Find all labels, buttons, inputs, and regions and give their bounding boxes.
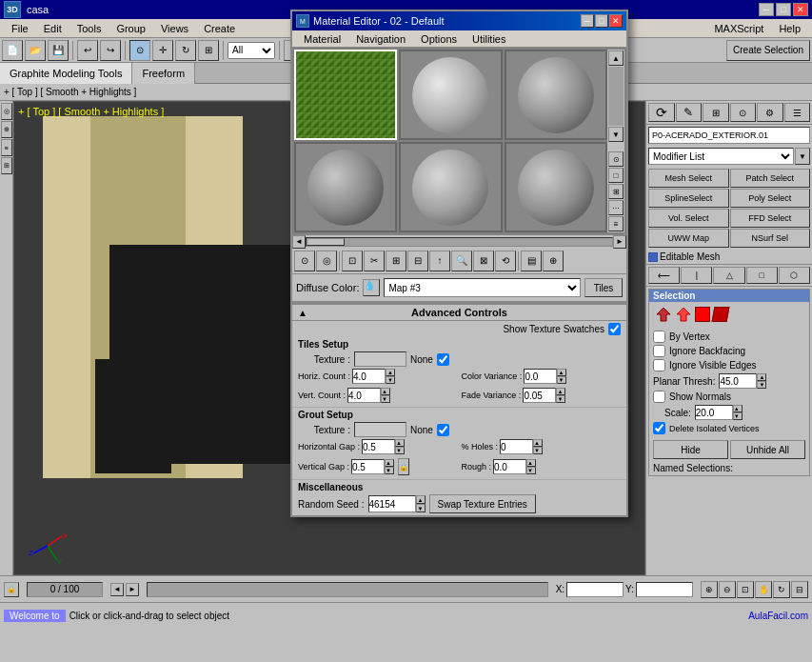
mesh-select-btn[interactable]: Mesh Select xyxy=(648,169,729,188)
y-coord-input[interactable] xyxy=(636,582,693,597)
mat-scroll-down[interactable]: ▼ xyxy=(608,127,624,142)
rp-icon-1[interactable]: ⟵ xyxy=(648,267,680,284)
new-btn[interactable]: 📄 xyxy=(2,40,23,61)
pct-holes-input[interactable] xyxy=(500,439,533,454)
maximize-btn[interactable]: □ xyxy=(776,3,791,16)
scale-btn[interactable]: ⊞ xyxy=(198,40,219,61)
tab-graphite[interactable]: Graphite Modeling Tools xyxy=(0,63,132,84)
mat-maximize-btn[interactable]: □ xyxy=(595,14,608,28)
tiles-texture-check[interactable] xyxy=(437,353,449,366)
tab-freeform[interactable]: Freeform xyxy=(132,63,195,84)
close-btn[interactable]: ✕ xyxy=(793,3,808,16)
left-tool-3[interactable]: ≡ xyxy=(1,139,12,156)
grout-texture-swatch[interactable] xyxy=(354,422,406,437)
select-red-box[interactable] xyxy=(695,307,710,322)
menu-views[interactable]: Views xyxy=(153,21,196,36)
mat-tb-1[interactable]: ⊙ xyxy=(294,251,315,271)
vcount-down[interactable]: ▼ xyxy=(381,395,390,403)
maximize-viewport-btn[interactable]: ⊟ xyxy=(791,581,808,598)
mat-scroll-left[interactable]: ◄ xyxy=(292,235,306,249)
left-tool-1[interactable]: ◎ xyxy=(1,103,12,120)
uvw-map-btn[interactable]: UWW Map xyxy=(648,229,729,248)
vgap-up[interactable]: ▲ xyxy=(385,459,394,467)
rp-btn-1[interactable]: ⟳ xyxy=(648,103,675,122)
mat-thumb-5[interactable] xyxy=(399,142,502,232)
tiles-btn[interactable]: Tiles xyxy=(584,278,623,297)
mat-tool-1[interactable]: ⊙ xyxy=(608,151,624,167)
mat-thumb-1[interactable] xyxy=(294,50,397,140)
mat-tb-9[interactable]: ⊠ xyxy=(473,251,494,271)
mat-tb-4[interactable]: ✂ xyxy=(364,251,385,271)
grout-texture-check[interactable] xyxy=(437,424,449,436)
scale-input[interactable] xyxy=(695,405,733,420)
minimize-btn[interactable]: ─ xyxy=(759,3,774,16)
rp-btn-3[interactable]: ⊞ xyxy=(703,103,729,122)
diffuse-eyedrop-btn[interactable]: 💧 xyxy=(363,279,380,296)
left-tool-4[interactable]: ⊞ xyxy=(1,157,12,174)
diffuse-map-select[interactable]: Map #3 xyxy=(384,278,581,297)
nsurf-sel-btn[interactable]: NSurf Sel xyxy=(730,229,811,248)
menu-group[interactable]: Group xyxy=(109,21,153,36)
next-frame-btn[interactable]: ► xyxy=(126,583,139,596)
rp-btn-6[interactable]: ☰ xyxy=(784,103,811,122)
patch-select-btn[interactable]: Patch Select xyxy=(730,169,811,188)
hide-btn[interactable]: Hide xyxy=(653,440,728,459)
zoom-in-btn[interactable]: ⊕ xyxy=(701,581,718,598)
mat-close-btn[interactable]: ✕ xyxy=(609,14,623,28)
left-tool-2[interactable]: ⊕ xyxy=(1,121,12,138)
rough-input[interactable] xyxy=(493,459,526,474)
menu-file[interactable]: File xyxy=(4,21,36,36)
zoom-out-btn[interactable]: ⊖ xyxy=(719,581,736,598)
save-btn[interactable]: 💾 xyxy=(48,40,69,61)
mat-minimize-btn[interactable]: ─ xyxy=(581,14,594,28)
scale-up-arrow[interactable]: ▲ xyxy=(733,405,743,412)
fvar-down[interactable]: ▼ xyxy=(556,395,565,403)
mat-thumb-6[interactable] xyxy=(505,142,607,232)
rough-up[interactable]: ▲ xyxy=(526,459,536,467)
poly-select-btn[interactable]: Poly Select xyxy=(730,189,811,208)
adv-collapse-btn[interactable]: ▲ xyxy=(298,308,307,318)
ffd-select-btn[interactable]: FFD Select xyxy=(730,209,811,228)
vgap-down[interactable]: ▼ xyxy=(385,467,394,474)
pholes-down[interactable]: ▼ xyxy=(533,447,543,454)
mat-tb-6[interactable]: ⊟ xyxy=(407,251,428,271)
mat-tb-7[interactable]: ↑ xyxy=(429,251,450,271)
modifier-expand-btn[interactable]: ▼ xyxy=(795,148,810,165)
rp-btn-4[interactable]: ⊙ xyxy=(730,103,757,122)
vert-count-input[interactable] xyxy=(347,388,381,403)
mat-scroll-bar[interactable] xyxy=(306,237,613,247)
seed-down[interactable]: ▼ xyxy=(416,504,426,512)
random-seed-input[interactable] xyxy=(368,495,416,512)
mat-menu-utilities[interactable]: Utilities xyxy=(465,32,513,46)
mat-tb-12[interactable]: ⊕ xyxy=(543,251,564,271)
rp-icon-3[interactable]: △ xyxy=(713,267,744,284)
planar-thresh-input[interactable] xyxy=(719,373,757,389)
mat-scroll-right[interactable]: ► xyxy=(613,235,626,249)
timeline[interactable] xyxy=(147,582,548,597)
modifier-list-select[interactable]: Modifier List xyxy=(648,148,794,165)
vol-select-btn[interactable]: Vol. Select xyxy=(648,209,729,228)
fade-variance-input[interactable] xyxy=(523,388,556,403)
menu-tools[interactable]: Tools xyxy=(69,21,109,36)
select-skew-box[interactable] xyxy=(712,307,730,322)
x-coord-input[interactable] xyxy=(566,582,624,597)
mat-thumb-2[interactable] xyxy=(399,50,502,140)
undo-btn[interactable]: ↩ xyxy=(77,40,98,61)
mat-tool-5[interactable]: ≡ xyxy=(608,216,624,231)
tiles-texture-swatch[interactable] xyxy=(354,351,406,367)
ignore-visible-check[interactable] xyxy=(653,359,665,371)
horiz-down[interactable]: ▼ xyxy=(386,376,395,384)
mat-menu-material[interactable]: Material xyxy=(296,32,348,46)
rp-icon-5[interactable]: ⬡ xyxy=(779,267,810,284)
mat-menu-navigation[interactable]: Navigation xyxy=(348,32,413,46)
pan-btn[interactable]: ✋ xyxy=(755,581,772,598)
select-icon-1[interactable] xyxy=(655,306,672,323)
mat-thumb-4[interactable] xyxy=(294,142,397,232)
seed-up[interactable]: ▲ xyxy=(416,495,426,504)
color-variance-input[interactable] xyxy=(524,369,557,384)
gap-lock-btn[interactable]: 🔒 xyxy=(398,458,409,475)
mat-tb-3[interactable]: ⊡ xyxy=(342,251,363,271)
delete-isolated-check[interactable] xyxy=(653,422,665,434)
create-selection-btn[interactable]: Create Selection xyxy=(726,40,810,61)
open-btn[interactable]: 📂 xyxy=(25,40,46,61)
